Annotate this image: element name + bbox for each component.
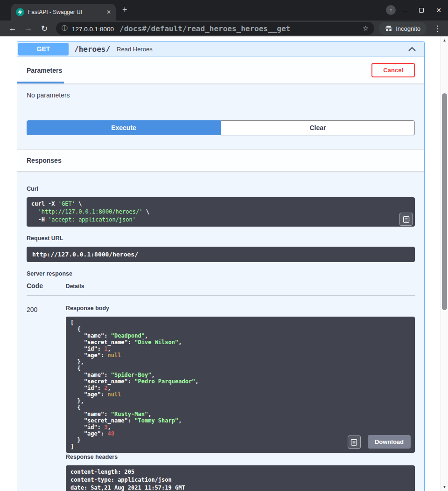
response-body-controls: Download bbox=[348, 435, 411, 449]
response-body-json: [ { "name": "Deadpond", "secret_name": "… bbox=[70, 319, 410, 450]
parameters-header: Parameters Cancel bbox=[17, 57, 424, 84]
copy-curl-button[interactable] bbox=[399, 213, 413, 226]
scroll-down-icon[interactable]: ▼ bbox=[441, 485, 448, 489]
responses-title: Responses bbox=[27, 157, 62, 164]
opblock-get-heroes: GET /heroes/ Read Heroes Parameters Canc… bbox=[17, 41, 425, 491]
execute-button[interactable]: Execute bbox=[27, 120, 221, 135]
browser-tab[interactable]: FastAPI - Swagger UI ✕ bbox=[11, 4, 116, 21]
responses-table: Code Details 200 Response body [ { "name… bbox=[27, 282, 415, 491]
response-headers-label: Response headers bbox=[66, 454, 415, 460]
clear-button[interactable]: Clear bbox=[221, 120, 415, 135]
browser-titlebar: FastAPI - Swagger UI ✕ + ↑ – ✕ bbox=[0, 0, 448, 21]
responses-table-header: Code Details bbox=[27, 282, 415, 296]
details-column-header: Details bbox=[66, 283, 415, 290]
scrollbar[interactable]: ▲ ▼ bbox=[441, 36, 448, 491]
reload-button[interactable]: ↻ bbox=[38, 24, 50, 34]
curl-command: curl -X 'GET' \ 'http://127.0.0.1:8000/h… bbox=[31, 200, 410, 224]
curl-label: Curl bbox=[27, 186, 415, 192]
response-body-block: [ { "name": "Deadpond", "secret_name": "… bbox=[66, 317, 415, 453]
address-bar[interactable]: ⓘ 127.0.0.1:8000/docs#/default/read_hero… bbox=[56, 22, 374, 35]
site-info-icon[interactable]: ⓘ bbox=[62, 24, 68, 33]
copy-response-button[interactable] bbox=[348, 436, 361, 449]
scrollbar-thumb[interactable] bbox=[442, 93, 447, 310]
status-code: 200 bbox=[27, 304, 66, 491]
curl-block: curl -X 'GET' \ 'http://127.0.0.1:8000/h… bbox=[27, 197, 415, 227]
incognito-icon bbox=[385, 26, 392, 32]
responses-header: Responses bbox=[17, 149, 424, 172]
response-headers: content-length: 205content-type: applica… bbox=[70, 468, 410, 491]
bookmark-star-icon[interactable]: ☆ bbox=[363, 24, 369, 33]
response-details: Response body [ { "name": "Deadpond", "s… bbox=[66, 304, 415, 491]
responses-section: Curl curl -X 'GET' \ 'http://127.0.0.1:8… bbox=[17, 172, 424, 491]
request-url-label: Request URL bbox=[27, 235, 415, 242]
window-controls: – ✕ bbox=[403, 0, 441, 21]
url-text: 127.0.0.1:8000/docs#/default/read_heroes… bbox=[72, 24, 290, 33]
request-url-value: http://127.0.0.1:8000/heroes/ bbox=[27, 247, 415, 262]
endpoint-summary: Read Heroes bbox=[117, 46, 153, 53]
url-path: /docs#/default/read_heroes_heroes__get bbox=[119, 24, 290, 33]
window-close-button[interactable]: ✕ bbox=[436, 7, 441, 14]
url-host: 127.0.0.1:8000 bbox=[72, 26, 114, 33]
response-body-label: Response body bbox=[66, 305, 415, 311]
endpoint-path: /heroes/ bbox=[74, 45, 110, 54]
response-row-200: 200 Response body [ { "name": "Deadpond"… bbox=[27, 296, 415, 491]
maximize-button[interactable] bbox=[419, 8, 424, 13]
fastapi-favicon-icon bbox=[16, 8, 24, 16]
server-response-label: Server response bbox=[27, 270, 415, 277]
download-button[interactable]: Download bbox=[368, 435, 411, 449]
menu-icon[interactable]: ⋮ bbox=[431, 24, 443, 34]
tab-title: FastAPI - Swagger UI bbox=[28, 9, 103, 15]
incognito-badge: Incognito bbox=[379, 22, 427, 35]
browser-navbar: ← → ↻ ⓘ 127.0.0.1:8000/docs#/default/rea… bbox=[0, 21, 448, 36]
parameters-title: Parameters bbox=[27, 67, 62, 74]
collapse-chevron-icon[interactable] bbox=[408, 47, 416, 51]
scroll-up-icon[interactable]: ▲ bbox=[441, 38, 448, 42]
method-badge: GET bbox=[18, 43, 69, 55]
active-tab-indicator bbox=[17, 82, 64, 83]
opblock-summary[interactable]: GET /heroes/ Read Heroes bbox=[17, 41, 424, 57]
browser-update-icon[interactable]: ↑ bbox=[386, 5, 396, 15]
execute-row: Execute Clear bbox=[17, 120, 424, 135]
incognito-label: Incognito bbox=[396, 25, 420, 32]
response-headers-block: content-length: 205content-type: applica… bbox=[66, 465, 415, 491]
minimize-button[interactable]: – bbox=[403, 7, 407, 14]
code-column-header: Code bbox=[27, 282, 66, 290]
forward-button[interactable]: → bbox=[22, 24, 35, 33]
cancel-button[interactable]: Cancel bbox=[371, 63, 415, 77]
page-content: GET /heroes/ Read Heroes Parameters Canc… bbox=[0, 36, 441, 491]
new-tab-button[interactable]: + bbox=[122, 5, 127, 15]
back-button[interactable]: ← bbox=[7, 24, 19, 33]
no-parameters-text: No parameters bbox=[17, 84, 424, 99]
tab-close-icon[interactable]: ✕ bbox=[106, 9, 111, 15]
